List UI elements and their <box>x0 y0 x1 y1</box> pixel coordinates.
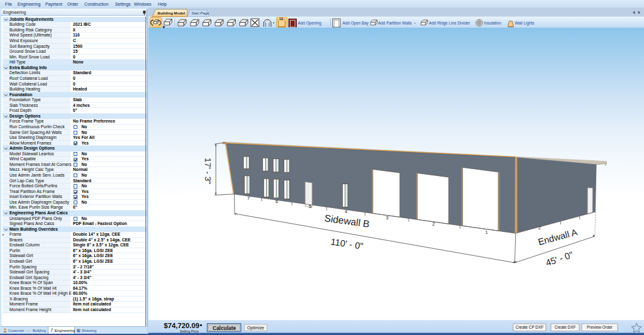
svg-text:Add Ridge Line Divider: Add Ridge Line Divider <box>429 21 470 26</box>
svg-text:Add Partition Walls: Add Partition Walls <box>378 21 412 25</box>
svg-text:7: 7 <box>247 195 250 201</box>
svg-text:$74,720.09: $74,720.09 <box>164 322 200 329</box>
svg-text:10: 10 <box>279 17 283 21</box>
svg-text:Insulation: Insulation <box>484 21 502 25</box>
svg-text:Wall Lights: Wall Lights <box>515 21 535 26</box>
svg-text:Selling Price: Selling Price <box>180 329 199 333</box>
svg-text:Create DXF: Create DXF <box>555 325 576 329</box>
svg-text:2: 2 <box>432 221 435 227</box>
svg-text:6: 6 <box>275 199 278 204</box>
svg-text:Add Opening: Add Opening <box>298 21 322 26</box>
svg-text:1: 1 <box>486 229 488 235</box>
svg-text:3: 3 <box>386 215 389 221</box>
svg-text:4: 4 <box>345 209 347 214</box>
svg-text:Building Model: Building Model <box>158 11 186 15</box>
svg-text:2: 2 <box>538 225 541 231</box>
svg-text:Optimize: Optimize <box>247 326 264 331</box>
svg-text:Add Open Bay: Add Open Bay <box>343 21 369 26</box>
svg-text:17' - 3": 17' - 3" <box>203 158 213 184</box>
svg-text:Create CP DXF: Create CP DXF <box>516 325 543 329</box>
svg-text:Calculate: Calculate <box>213 325 236 331</box>
svg-text:Start Page: Start Page <box>192 11 210 15</box>
svg-text:Preview Order: Preview Order <box>587 325 613 329</box>
svg-text:5: 5 <box>309 204 311 209</box>
